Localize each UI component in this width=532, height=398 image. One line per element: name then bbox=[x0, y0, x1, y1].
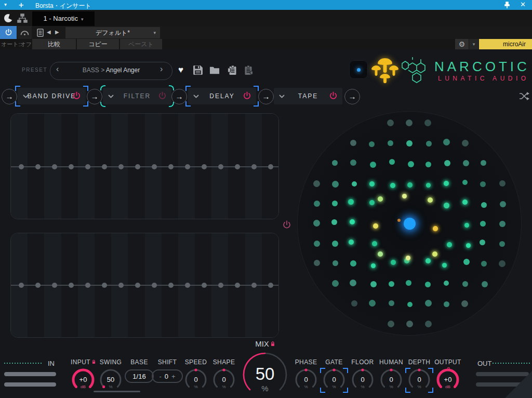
listen-button[interactable] bbox=[17, 26, 32, 39]
field-dot bbox=[314, 241, 320, 247]
mix-knob-unit[interactable]: MIX 50 % bbox=[240, 339, 290, 398]
add-icon[interactable]: ＋ bbox=[17, 0, 25, 10]
preset-prev-icon[interactable]: ‹ bbox=[56, 64, 59, 74]
step-dot[interactable] bbox=[185, 283, 190, 288]
sequencer-panel-2[interactable] bbox=[10, 233, 279, 338]
power-icon[interactable] bbox=[329, 91, 338, 100]
routing-tree-icon[interactable] bbox=[17, 14, 28, 23]
step-dot[interactable] bbox=[168, 164, 174, 169]
speed-knob-unit[interactable]: SPEED 0 % bbox=[180, 359, 211, 392]
pin-icon[interactable] bbox=[503, 1, 511, 9]
step-dot[interactable] bbox=[268, 283, 273, 288]
field-dot bbox=[463, 160, 469, 166]
gate-knob-unit[interactable]: GATE 0 % bbox=[318, 359, 350, 392]
pie-knob-icon[interactable] bbox=[4, 14, 12, 22]
microair-badge[interactable]: microAir bbox=[479, 39, 532, 49]
step-dot[interactable] bbox=[135, 283, 140, 288]
power-icon[interactable] bbox=[243, 91, 251, 100]
module-filter[interactable]: FILTER bbox=[103, 88, 171, 104]
step-dot[interactable] bbox=[268, 164, 273, 169]
shift-stepper[interactable]: - 0 + bbox=[152, 369, 183, 383]
copy-settings-icon[interactable] bbox=[227, 65, 237, 75]
depth-knob-unit[interactable]: DEPTH 0 % bbox=[404, 359, 435, 392]
step-dot[interactable] bbox=[19, 283, 24, 288]
gear-icon[interactable]: ⚙ bbox=[455, 39, 469, 49]
shift-minus-button[interactable]: - bbox=[156, 373, 164, 380]
step-dot[interactable] bbox=[85, 164, 90, 169]
step-dot[interactable] bbox=[235, 164, 240, 169]
step-dot[interactable] bbox=[102, 164, 107, 169]
preset-name[interactable]: BASS > Angel Anger bbox=[65, 67, 157, 74]
step-dot[interactable] bbox=[52, 283, 57, 288]
plugin-slot-selector[interactable]: 1 - Narcotic▾ bbox=[32, 11, 95, 26]
step-dot[interactable] bbox=[52, 164, 57, 169]
phase-knob-unit[interactable]: PHASE 0 % bbox=[290, 359, 322, 392]
plugin-power-button[interactable] bbox=[0, 26, 17, 39]
step-dot[interactable] bbox=[185, 164, 190, 169]
drag-handle[interactable] bbox=[94, 391, 140, 392]
paste-settings-icon[interactable] bbox=[244, 65, 254, 75]
step-dot[interactable] bbox=[152, 164, 157, 169]
power-icon[interactable] bbox=[72, 91, 81, 100]
compare-button[interactable]: 比較 bbox=[32, 39, 76, 49]
preset-file-icon[interactable] bbox=[34, 26, 46, 39]
paste-button[interactable]: ペースト bbox=[120, 39, 162, 49]
field-dot bbox=[369, 181, 375, 187]
output-knob-unit[interactable]: OUTPUT +0 dB bbox=[432, 359, 463, 392]
sequencer-power-icon[interactable] bbox=[282, 220, 291, 230]
resize-corner[interactable] bbox=[505, 371, 532, 398]
step-dot[interactable] bbox=[135, 164, 140, 169]
mix-unit: % bbox=[240, 384, 290, 393]
step-dot[interactable] bbox=[118, 164, 124, 169]
next-preset-icon[interactable]: ▶ bbox=[55, 29, 59, 35]
step-dot[interactable] bbox=[102, 283, 107, 288]
xy-dot-field[interactable] bbox=[297, 111, 522, 336]
human-knob-unit[interactable]: HUMAN 0 % bbox=[376, 359, 407, 392]
automation-mode-label[interactable]: オート:オフ bbox=[1, 41, 32, 48]
step-dot[interactable] bbox=[85, 283, 90, 288]
step-dot[interactable] bbox=[69, 164, 74, 169]
preset-next-icon[interactable]: › bbox=[160, 64, 163, 74]
prev-preset-icon[interactable]: ◀ bbox=[47, 29, 51, 35]
chevron-down-icon[interactable]: ▾ bbox=[469, 39, 478, 49]
step-dot[interactable] bbox=[19, 164, 24, 169]
swing-knob-unit[interactable]: SWING 50 % bbox=[95, 359, 126, 392]
field-dot bbox=[463, 259, 470, 265]
sequencer-panel-1[interactable] bbox=[10, 113, 279, 219]
power-icon[interactable] bbox=[158, 91, 167, 100]
step-dot[interactable] bbox=[69, 283, 74, 288]
folder-icon[interactable] bbox=[209, 65, 220, 75]
shift-plus-button[interactable]: + bbox=[168, 373, 179, 380]
module-band-drive[interactable]: BAND DRIVE bbox=[18, 88, 86, 104]
step-dot[interactable] bbox=[218, 164, 223, 169]
floor-knob-unit[interactable]: FLOOR 0 % bbox=[347, 359, 378, 392]
copy-button[interactable]: コピー bbox=[77, 39, 119, 49]
step-dot[interactable] bbox=[235, 283, 240, 288]
input-knob-unit[interactable]: INPUT +0 dB bbox=[68, 359, 99, 392]
step-dot[interactable] bbox=[218, 283, 223, 288]
step-dot[interactable] bbox=[35, 164, 41, 169]
step-dot[interactable] bbox=[251, 283, 257, 288]
step-dot[interactable] bbox=[118, 283, 124, 288]
step-dot[interactable] bbox=[35, 283, 41, 288]
favorite-heart-icon[interactable]: ♥ bbox=[176, 65, 186, 75]
shuffle-icon[interactable] bbox=[519, 91, 529, 101]
shift-unit[interactable]: SHIFT - 0 + bbox=[151, 359, 183, 383]
base-unit[interactable]: BASE 1/16 bbox=[124, 359, 154, 383]
daw-preset-selector[interactable]: デフォルト* ▾ bbox=[65, 27, 160, 38]
collapse-icon[interactable]: ▾ bbox=[4, 2, 7, 7]
step-dot[interactable] bbox=[251, 164, 257, 169]
shape-knob-unit[interactable]: SHAPE 0 % bbox=[208, 359, 240, 392]
save-icon[interactable] bbox=[193, 65, 203, 75]
plugin-company: LUNATIC AUDIO bbox=[438, 75, 529, 82]
step-dot[interactable] bbox=[202, 164, 207, 169]
module-tape[interactable]: TAPE bbox=[274, 88, 342, 104]
step-dot[interactable] bbox=[202, 283, 207, 288]
step-dot[interactable] bbox=[168, 283, 174, 288]
module-delay[interactable]: DELAY bbox=[188, 88, 256, 104]
field-dot bbox=[481, 160, 486, 166]
base-selector[interactable]: 1/16 bbox=[125, 369, 154, 383]
close-icon[interactable]: ✕ bbox=[520, 1, 526, 8]
field-dot bbox=[370, 281, 377, 287]
step-dot[interactable] bbox=[152, 283, 157, 288]
